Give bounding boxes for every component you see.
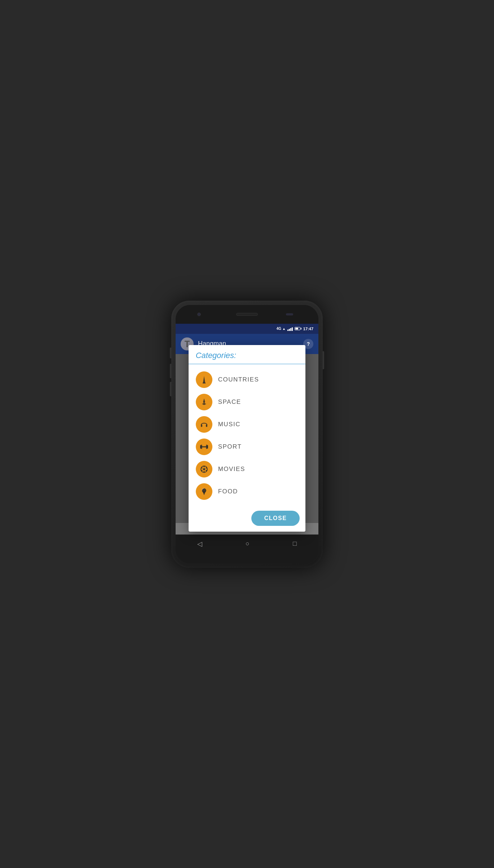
- signal-bars: [287, 327, 293, 331]
- svg-marker-7: [204, 403, 206, 405]
- back-button[interactable]: ◁: [197, 540, 202, 548]
- close-button[interactable]: CLOSE: [251, 511, 300, 526]
- countries-icon: [196, 371, 212, 388]
- svg-marker-24: [203, 492, 206, 495]
- svg-point-21: [201, 470, 202, 471]
- svg-marker-6: [202, 403, 204, 405]
- svg-point-20: [203, 471, 205, 472]
- dialog-header: Categories:: [189, 345, 306, 364]
- svg-point-22: [201, 467, 202, 469]
- main-content: Categories:: [176, 354, 318, 523]
- dialog-body: COUNTRIES: [189, 364, 306, 509]
- clock: 17:47: [303, 327, 313, 331]
- home-button[interactable]: ○: [246, 540, 250, 548]
- svg-point-18: [206, 467, 207, 469]
- countries-label: COUNTRIES: [218, 376, 259, 383]
- svg-rect-14: [206, 445, 207, 449]
- screen: 4G ▲ 17:47: [176, 324, 318, 553]
- movies-icon: [196, 461, 212, 477]
- space-label: SPACE: [218, 398, 241, 406]
- svg-rect-1: [185, 341, 190, 342]
- music-icon: [196, 416, 212, 433]
- phone-device: 4G ▲ 17:47: [171, 301, 323, 568]
- silent-button: [170, 382, 171, 396]
- sport-label: SPORT: [218, 443, 242, 450]
- dialog-title: Categories:: [196, 351, 237, 360]
- movies-label: MOVIES: [218, 466, 245, 473]
- volume-down-button: [170, 364, 171, 378]
- status-bar: 4G ▲ 17:47: [176, 324, 318, 334]
- svg-rect-5: [203, 402, 204, 405]
- svg-point-19: [206, 470, 207, 471]
- category-item-movies[interactable]: MOVIES: [196, 458, 299, 480]
- svg-marker-2: [203, 376, 205, 383]
- svg-rect-8: [201, 424, 202, 427]
- top-bezel: [176, 305, 318, 324]
- battery-indicator: [295, 327, 301, 330]
- svg-rect-9: [206, 424, 207, 427]
- category-item-sport[interactable]: SPORT: [196, 436, 299, 458]
- front-camera: [197, 313, 201, 316]
- svg-point-16: [203, 468, 205, 470]
- categories-dialog: Categories:: [189, 345, 306, 532]
- sport-icon: [196, 439, 212, 455]
- bottom-bezel: [176, 553, 318, 563]
- food-label: FOOD: [218, 488, 238, 495]
- category-item-space[interactable]: SPACE: [196, 391, 299, 413]
- sensor: [286, 313, 293, 315]
- recents-button[interactable]: □: [293, 540, 297, 548]
- food-icon: [196, 483, 212, 500]
- volume-up-button: [170, 348, 171, 358]
- category-item-food[interactable]: FOOD: [196, 480, 299, 503]
- category-item-countries[interactable]: COUNTRIES: [196, 368, 299, 391]
- navigation-bar: ◁ ○ □: [176, 535, 318, 553]
- dialog-overlay: Categories:: [176, 354, 318, 523]
- space-icon: [196, 394, 212, 410]
- svg-rect-12: [201, 445, 202, 449]
- svg-rect-3: [203, 383, 206, 384]
- svg-point-17: [203, 466, 205, 467]
- power-button: [323, 351, 324, 369]
- signal-indicator: 4G ▲: [277, 327, 286, 331]
- music-label: MUSIC: [218, 421, 241, 428]
- earpiece-speaker: [236, 313, 258, 316]
- phone-screen: 4G ▲ 17:47: [176, 305, 318, 563]
- category-item-music[interactable]: MUSIC: [196, 413, 299, 436]
- dialog-footer: CLOSE: [189, 509, 306, 532]
